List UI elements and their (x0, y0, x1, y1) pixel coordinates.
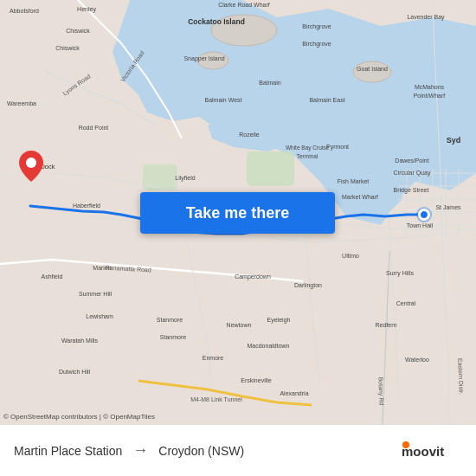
svg-text:Birchgrove: Birchgrove (302, 41, 331, 48)
svg-text:White Bay Cruise: White Bay Cruise (286, 145, 330, 151)
svg-text:Camperdown: Camperdown (235, 273, 271, 280)
svg-text:Wareemba: Wareemba (7, 100, 36, 106)
svg-rect-1 (247, 151, 294, 186)
route-arrow: → (132, 441, 148, 460)
svg-text:Rodd Point: Rodd Point (79, 125, 109, 131)
svg-text:Syd: Syd (447, 136, 461, 145)
svg-text:St James: St James (435, 204, 461, 210)
svg-text:Fish Market: Fish Market (338, 178, 370, 184)
svg-text:Rozelle: Rozelle (239, 132, 259, 138)
destination-pin (19, 151, 43, 185)
svg-text:Stanmore: Stanmore (160, 334, 186, 340)
svg-rect-2 (143, 164, 177, 190)
svg-text:Stanmore: Stanmore (157, 317, 183, 323)
svg-text:Market Wharf: Market Wharf (342, 194, 378, 200)
svg-text:Alexandria: Alexandria (280, 390, 308, 396)
svg-text:Central: Central (396, 300, 416, 306)
svg-text:Lilyfield: Lilyfield (175, 175, 195, 182)
svg-text:McMahons: McMahons (415, 84, 445, 90)
svg-text:Town Hall: Town Hall (407, 222, 434, 228)
svg-text:Lavender Bay: Lavender Bay (407, 14, 445, 21)
svg-text:Balmain: Balmain (259, 80, 280, 86)
svg-text:Enmore: Enmore (203, 355, 224, 361)
svg-text:Cockatoo Island: Cockatoo Island (188, 17, 245, 26)
svg-text:M4-M8 Link Tunnel: M4-M8 Link Tunnel (190, 396, 242, 402)
svg-text:Redfern: Redfern (376, 322, 397, 328)
current-location-dot (418, 209, 430, 221)
svg-text:Point/Wharf: Point/Wharf (414, 93, 446, 99)
svg-point-69 (26, 158, 36, 168)
svg-text:Summer Hill: Summer Hill (79, 291, 113, 297)
svg-text:Ultimo: Ultimo (342, 253, 359, 259)
svg-text:Macdonaldtown: Macdonaldtown (247, 343, 289, 349)
svg-text:Abbotsford: Abbotsford (10, 8, 39, 14)
svg-text:Chiswick: Chiswick (66, 28, 90, 34)
svg-text:Dawes/Point: Dawes/Point (395, 158, 428, 164)
origin-label: Martin Place Station (14, 444, 122, 458)
svg-text:Eastern Distr.: Eastern Distr. (457, 358, 464, 395)
svg-point-5 (353, 61, 391, 82)
footer-bar: Martin Place Station → Croydon (NSW) moo… (0, 424, 476, 476)
svg-text:Waterloo: Waterloo (405, 357, 429, 363)
svg-text:Dulwich Hill: Dulwich Hill (59, 369, 91, 375)
svg-text:Lewisham: Lewisham (86, 313, 113, 319)
take-me-there-button[interactable]: Take me there (140, 192, 335, 234)
svg-text:Newtown: Newtown (227, 322, 252, 328)
svg-text:Clarke Road Wharf: Clarke Road Wharf (218, 2, 270, 8)
svg-text:Birchgrove: Birchgrove (302, 23, 331, 30)
svg-text:Bridge Street: Bridge Street (394, 187, 429, 194)
svg-text:Henley: Henley (77, 6, 96, 13)
moovit-logo-container: moovit (402, 441, 462, 461)
svg-text:Chiswick: Chiswick (55, 45, 80, 51)
svg-text:© OpenStreetMap contributors |: © OpenStreetMap contributors | © OpenMap… (3, 413, 155, 421)
svg-text:Balmain East: Balmain East (309, 97, 344, 103)
svg-text:Waratah Mills: Waratah Mills (61, 338, 99, 344)
svg-text:Terminal: Terminal (297, 153, 318, 159)
svg-text:Erskineville: Erskineville (241, 377, 272, 383)
svg-text:Surry Hills: Surry Hills (386, 270, 414, 277)
svg-text:Haberfield: Haberfield (73, 203, 100, 209)
svg-text:Eyeleigh: Eyeleigh (267, 317, 291, 324)
svg-text:Darlington: Darlington (294, 282, 322, 289)
moovit-logo: moovit (402, 441, 462, 461)
svg-text:Goat Island: Goat Island (357, 66, 388, 72)
svg-text:Pyrmont: Pyrmont (326, 144, 349, 151)
svg-text:Circular Quay: Circular Quay (394, 170, 431, 177)
destination-label: Croydon (NSW) (158, 444, 244, 458)
svg-text:Ashfield: Ashfield (42, 273, 63, 280)
svg-text:Balmain West: Balmain West (204, 97, 241, 103)
map-container: Cockatoo Island Abbotsford Henley Chiswi… (0, 0, 476, 424)
svg-text:Snapper Island: Snapper Island (183, 55, 224, 62)
svg-point-71 (402, 441, 409, 448)
route-info: Martin Place Station → Croydon (NSW) (14, 441, 402, 460)
